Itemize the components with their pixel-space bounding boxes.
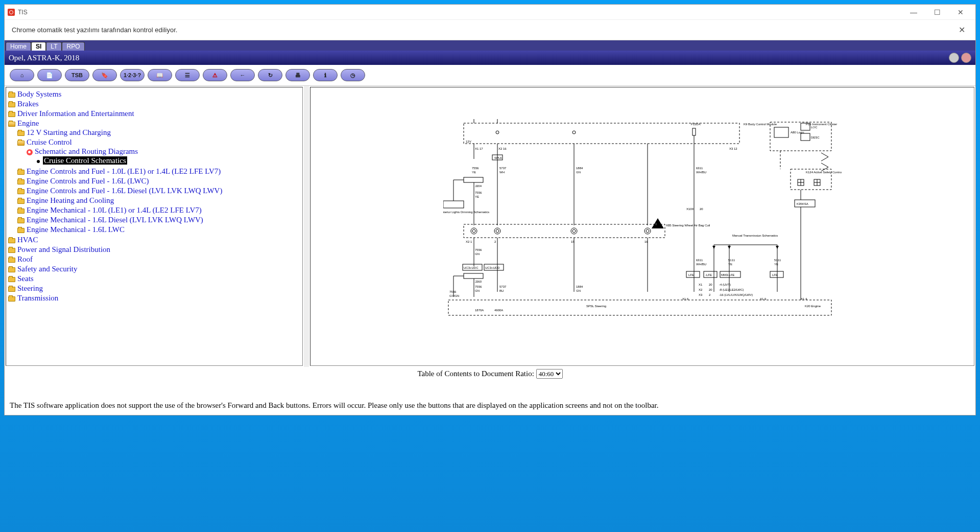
automation-infobar: Chrome otomatik test yazılımı tarafından… <box>5 20 975 40</box>
svg-text:DESC: DESC <box>811 136 820 139</box>
tree-node[interactable]: Engine Controls and Fuel - 1.6L (LWC) <box>17 176 301 186</box>
svg-text:-16 (LVL/LVK/LWQ/LWV): -16 (LVL/LVK/LWQ/LWV) <box>719 293 753 296</box>
tree-label[interactable]: Cruise Control <box>27 138 72 146</box>
tree-label[interactable]: Engine Heating and Cooling <box>27 196 114 204</box>
svg-text:20: 20 <box>700 207 703 211</box>
tab-si[interactable]: SI <box>31 42 46 51</box>
tree-node[interactable]: 12 V Starting and Charging <box>17 128 301 137</box>
svg-text:12V: 12V <box>466 140 471 143</box>
tree-label[interactable]: Cruise Control Schematics <box>43 156 127 165</box>
toolbar: ⌂📄TSB🔖1·2·3·?📖☰⚠←↻🖶ℹ◷ <box>5 65 975 86</box>
tree-label[interactable]: HVAC <box>17 236 38 244</box>
tree-node[interactable]: Engine Mechanical - 1.6L LWC <box>17 225 301 235</box>
tree-node[interactable]: HVAC <box>8 235 301 245</box>
tree-node[interactable]: Engine Controls and Fuel - 1.0L (LE1) or… <box>17 167 301 176</box>
tree-label[interactable]: Engine Controls and Fuel - 1.6L (LWC) <box>27 177 149 185</box>
svg-rect-41 <box>464 177 483 182</box>
tree-node[interactable]: Brakes <box>8 99 301 109</box>
folder-icon <box>17 209 25 214</box>
svg-text:BU: BU <box>499 289 504 292</box>
tab-home[interactable]: Home <box>6 42 31 51</box>
svg-text:X1 6: X1 6 <box>682 297 689 300</box>
tag-icon[interactable]: 🔖 <box>92 69 117 81</box>
tree-node[interactable]: Engine Controls and Fuel - 1.6L Diesel (… <box>17 186 301 196</box>
split-view: Body SystemsBrakesDriver Information and… <box>5 86 975 367</box>
svg-text:X1: X1 <box>699 283 703 286</box>
tree-node[interactable]: Engine Mechanical - 1.0L (LE1) or 1.4L (… <box>17 205 301 215</box>
tree-icon[interactable]: ☰ <box>175 69 200 81</box>
tree-label[interactable]: Power and Signal Distribution <box>17 245 110 253</box>
tree-label[interactable]: Schematic and Routing Diagrams <box>35 147 138 155</box>
svg-text:GN: GN <box>475 289 480 292</box>
tree-node[interactable]: Cruise Control Schematics <box>36 156 301 166</box>
warn-icon[interactable]: ⚠ <box>203 69 227 81</box>
tsb-icon[interactable]: TSB <box>65 69 89 81</box>
svg-rect-8 <box>774 127 788 137</box>
steps-icon[interactable]: 1·2·3·? <box>120 69 145 81</box>
info-icon[interactable]: ℹ <box>313 69 338 81</box>
book-icon[interactable]: 📖 <box>148 69 172 81</box>
minimize-button[interactable]: — <box>902 5 925 20</box>
tree-label[interactable]: 12 V Starting and Charging <box>27 128 111 136</box>
tab-lt[interactable]: LT <box>46 42 62 51</box>
print-icon[interactable]: 🖶 <box>285 69 310 81</box>
back-icon[interactable]: ← <box>230 69 255 81</box>
tree-label[interactable]: Engine Mechanical - 1.6L Diesel (LVL LVK… <box>27 216 203 224</box>
tree-node[interactable]: Seats <box>8 274 301 284</box>
tree-label[interactable]: Engine <box>17 119 39 127</box>
tree-node[interactable]: Transmission <box>8 293 301 303</box>
svg-text:YE: YE <box>774 263 778 266</box>
svg-marker-104 <box>728 246 731 249</box>
svg-text:7556: 7556 <box>472 167 479 170</box>
tree-node[interactable]: Roof <box>8 255 301 264</box>
tree-node[interactable]: Steering <box>8 284 301 293</box>
tree-label[interactable]: Brakes <box>17 100 39 108</box>
folder-icon <box>8 238 15 243</box>
doc-icon[interactable]: 📄 <box>37 69 62 81</box>
tab-rpo[interactable]: RPO <box>62 42 84 51</box>
tree-label[interactable]: Safety and Security <box>17 265 77 273</box>
tree-label[interactable]: Steering <box>17 284 43 292</box>
tree-label[interactable]: Roof <box>17 255 33 263</box>
folder-icon <box>17 131 25 136</box>
tree-label[interactable]: Driver Information and Entertainment <box>17 109 134 118</box>
svg-text:GN: GN <box>576 289 581 292</box>
close-button[interactable]: ✕ <box>949 5 972 20</box>
window-controls: — ☐ ✕ <box>902 5 972 20</box>
tree-node[interactable]: Safety and Security <box>8 264 301 274</box>
tree-node[interactable]: Schematic and Routing DiagramsCruise Con… <box>27 147 301 166</box>
schematic-diagram: K9 Body Control Module P16 Instrument Cl… <box>443 108 842 322</box>
infobar-close-icon[interactable]: ✕ <box>955 25 968 35</box>
svg-text:UC3+UDC: UC3+UDC <box>464 266 479 269</box>
tree-label[interactable]: Seats <box>17 274 34 283</box>
svg-text:5111: 5111 <box>774 259 781 262</box>
diagram-icon <box>27 149 33 155</box>
svg-text:X85 Steering Wheel Air Bag Coi: X85 Steering Wheel Air Bag Coil <box>666 224 710 227</box>
tree-node[interactable]: Engine Mechanical - 1.6L Diesel (LVL LVK… <box>17 215 301 225</box>
home-icon[interactable]: ⌂ <box>10 69 34 81</box>
folder-icon <box>17 170 25 175</box>
tree-label[interactable]: Body Systems <box>17 90 61 98</box>
tree-node[interactable]: Driver Information and Entertainment <box>8 109 301 119</box>
clock-icon[interactable]: ◷ <box>341 69 365 81</box>
maximize-button[interactable]: ☐ <box>925 5 949 20</box>
tree-label[interactable]: Engine Controls and Fuel - 1.0L (LE1) or… <box>27 167 221 175</box>
tree-node[interactable]: Cruise ControlSchematic and Routing Diag… <box>17 137 301 167</box>
tree-label[interactable]: Engine Mechanical - 1.0L (LE1) or 1.4L (… <box>27 206 202 214</box>
tree-node[interactable]: Engine12 V Starting and ChargingCruise C… <box>8 119 301 235</box>
refresh-icon[interactable]: ↻ <box>258 69 282 81</box>
svg-text:J204: J204 <box>475 184 482 188</box>
vertical-splitter[interactable] <box>304 86 309 367</box>
toc-tree[interactable]: Body SystemsBrakesDriver Information and… <box>6 87 303 366</box>
tree-node[interactable]: Power and Signal Distribution <box>8 245 301 255</box>
tree-label[interactable]: Engine Controls and Fuel - 1.6L Diesel (… <box>27 187 222 195</box>
svg-rect-89 <box>448 300 831 315</box>
tree-label[interactable]: Transmission <box>17 294 58 302</box>
tree-node[interactable]: Engine Heating and Cooling <box>17 196 301 205</box>
folder-icon <box>8 296 15 302</box>
tree-label[interactable]: Engine Mechanical - 1.6L LWC <box>27 225 125 234</box>
tree-node[interactable]: Body Systems <box>8 89 301 99</box>
svg-text:X3 12: X3 12 <box>729 147 737 150</box>
document-pane[interactable]: K9 Body Control Module P16 Instrument Cl… <box>310 87 974 366</box>
ratio-select[interactable]: 20:8030:7040:6050:5060:40 <box>536 369 563 379</box>
